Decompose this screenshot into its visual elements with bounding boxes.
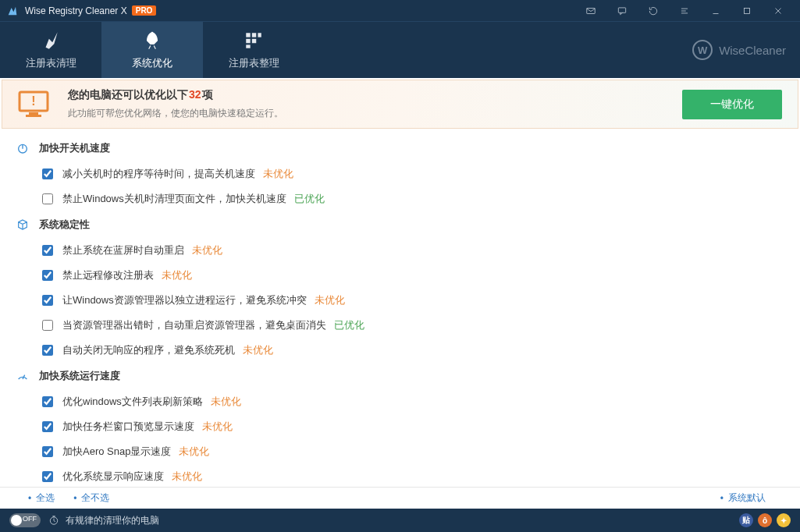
- select-all-link[interactable]: 全选: [36, 491, 55, 505]
- tab-label: 注册表清理: [26, 56, 76, 70]
- cube-icon: [16, 218, 30, 232]
- svg-text:!: !: [31, 94, 35, 108]
- tieba-icon[interactable]: 贴: [739, 513, 753, 527]
- option-row: 优化windows文件列表刷新策略未优化: [0, 389, 800, 414]
- svg-rect-11: [26, 115, 41, 117]
- option-label: 禁止远程修改注册表: [62, 268, 154, 282]
- svg-rect-10: [29, 112, 38, 115]
- option-checkbox[interactable]: [42, 446, 53, 457]
- power-icon: [16, 141, 30, 155]
- svg-rect-0: [587, 8, 596, 13]
- clock-icon: [48, 515, 59, 526]
- rocket-icon: [142, 30, 162, 51]
- svg-rect-1: [618, 7, 625, 12]
- option-label: 禁止系统在蓝屏时自动重启: [62, 243, 184, 257]
- option-row: 让Windows资源管理器以独立进程运行，避免系统冲突未优化: [0, 288, 800, 313]
- option-checkbox[interactable]: [42, 421, 53, 432]
- option-checkbox[interactable]: [42, 345, 53, 356]
- option-row: 禁止Windows关机时清理页面文件，加快关机速度已优化: [0, 186, 800, 211]
- brand-logo: W WiseCleaner: [692, 22, 800, 78]
- mail-icon[interactable]: [575, 0, 606, 22]
- option-status: 未优化: [179, 445, 209, 459]
- option-label: 让Windows资源管理器以独立进程运行，避免系统冲突: [62, 293, 307, 307]
- svg-rect-3: [246, 33, 250, 37]
- bullet-icon: •: [73, 493, 76, 504]
- menu-icon[interactable]: [669, 0, 700, 22]
- option-status: 未优化: [211, 395, 241, 409]
- select-none-link[interactable]: 全不选: [81, 491, 109, 505]
- group-header[interactable]: 加快系统运行速度: [0, 363, 800, 389]
- group-header[interactable]: 加快开关机速度: [0, 135, 800, 161]
- schedule-toggle[interactable]: OFF: [9, 513, 41, 527]
- tab-registry-clean[interactable]: 注册表清理: [0, 22, 101, 78]
- feedback-icon[interactable]: [606, 0, 638, 22]
- option-row: 当资源管理器出错时，自动重启资源管理器，避免桌面消失已优化: [0, 313, 800, 338]
- option-label: 自动关闭无响应的程序，避免系统死机: [62, 343, 235, 357]
- title-bar: Wise Registry Cleaner X PRO: [0, 0, 800, 22]
- group-title: 加快开关机速度: [39, 141, 110, 155]
- option-label: 减小关机时的程序等待时间，提高关机速度: [62, 167, 255, 181]
- share-icon[interactable]: ✦: [777, 513, 791, 527]
- social-icons: 贴 ô ✦: [739, 513, 791, 527]
- option-checkbox[interactable]: [42, 295, 53, 306]
- option-label: 当资源管理器出错时，自动重启资源管理器，避免桌面消失: [62, 318, 326, 332]
- option-row: 优化系统显示响应速度未优化: [0, 464, 800, 487]
- option-checkbox[interactable]: [42, 396, 53, 407]
- tab-registry-defrag[interactable]: 注册表整理: [203, 22, 304, 78]
- refresh-icon[interactable]: [638, 0, 669, 22]
- brush-icon: [41, 30, 61, 51]
- app-title: Wise Registry Cleaner X: [25, 5, 127, 16]
- footer-text: 有规律的清理你的电脑: [66, 514, 159, 527]
- svg-rect-2: [745, 8, 750, 13]
- group-title: 加快系统运行速度: [39, 369, 120, 383]
- group-title: 系统稳定性: [39, 218, 90, 232]
- option-checkbox[interactable]: [42, 320, 53, 331]
- option-status: 已优化: [334, 318, 364, 332]
- svg-rect-4: [252, 33, 256, 37]
- option-status: 未优化: [263, 167, 293, 181]
- monitor-alert-icon: !: [18, 90, 49, 119]
- group-header[interactable]: 系统稳定性: [0, 211, 800, 238]
- option-row: 减小关机时的程序等待时间，提高关机速度未优化: [0, 161, 800, 186]
- option-status: 未优化: [162, 268, 192, 282]
- bullet-icon: •: [720, 493, 724, 504]
- pro-badge: PRO: [132, 5, 157, 16]
- option-checkbox[interactable]: [42, 471, 53, 482]
- svg-rect-7: [252, 39, 256, 43]
- option-label: 加快任务栏窗口预览显示速度: [62, 420, 194, 434]
- nav-tabs: 注册表清理 系统优化 注册表整理 W WiseCleaner: [0, 22, 800, 78]
- close-button[interactable]: [763, 0, 794, 22]
- tab-system-optimize[interactable]: 系统优化: [101, 22, 203, 78]
- svg-rect-5: [258, 33, 261, 37]
- tab-label: 系统优化: [132, 56, 172, 70]
- brand-name: WiseCleaner: [719, 44, 786, 57]
- brand-mark: W: [692, 40, 713, 60]
- option-checkbox[interactable]: [42, 245, 53, 256]
- option-checkbox[interactable]: [42, 193, 53, 204]
- bullet-icon: •: [28, 493, 31, 504]
- maximize-button[interactable]: [731, 0, 763, 22]
- option-row: 禁止远程修改注册表未优化: [0, 263, 800, 288]
- system-default-link[interactable]: 系统默认: [728, 491, 766, 505]
- minimize-button[interactable]: [700, 0, 731, 22]
- option-row: 禁止系统在蓝屏时自动重启未优化: [0, 238, 800, 263]
- selection-bar: • 全选 • 全不选 • 系统默认: [0, 487, 800, 509]
- svg-rect-6: [246, 39, 250, 43]
- option-checkbox[interactable]: [42, 168, 53, 179]
- status-bar: OFF 有规律的清理你的电脑 贴 ô ✦: [0, 509, 800, 532]
- weibo-icon[interactable]: ô: [758, 513, 772, 527]
- optimize-button[interactable]: 一键优化: [682, 90, 782, 119]
- option-checkbox[interactable]: [42, 270, 53, 281]
- option-status: 未优化: [192, 243, 222, 257]
- content-pane[interactable]: 加快开关机速度减小关机时的程序等待时间，提高关机速度未优化禁止Windows关机…: [0, 129, 800, 487]
- speed-icon: [16, 369, 30, 383]
- grid-icon: [244, 30, 264, 51]
- svg-rect-8: [246, 44, 250, 48]
- notice-subtext: 此功能可帮您优化网络，使您的电脑快速稳定运行。: [68, 107, 667, 120]
- option-row: 加快任务栏窗口预览显示速度未优化: [0, 414, 800, 439]
- notice-banner: ! 您的电脑还可以优化以下32项 此功能可帮您优化网络，使您的电脑快速稳定运行。…: [2, 80, 798, 129]
- app-icon: [6, 5, 19, 17]
- notice-headline: 您的电脑还可以优化以下32项: [68, 88, 667, 102]
- notice-count: 32: [189, 88, 201, 101]
- option-label: 禁止Windows关机时清理页面文件，加快关机速度: [62, 192, 286, 206]
